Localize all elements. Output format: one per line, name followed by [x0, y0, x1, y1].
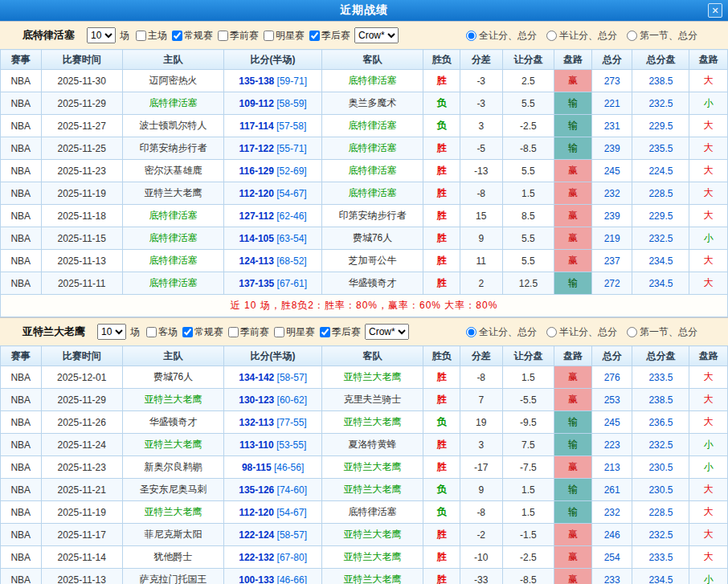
table-header-row: 赛事比赛时间主队比分(半场)客队胜负分差让分盘盘路总分总分盘盘路 [1, 50, 728, 70]
column-header: 胜负 [423, 346, 460, 366]
checkbox-input[interactable] [182, 327, 193, 337]
halftime-score: [67-80] [277, 552, 307, 563]
total-points-cell: 253 [591, 389, 632, 411]
point-diff-cell: 7 [460, 389, 502, 411]
date-cell: 2025-11-23 [41, 456, 122, 479]
close-button[interactable]: ✕ [708, 3, 722, 18]
column-header: 客队 [321, 346, 423, 366]
column-header: 总分盘 [632, 50, 689, 70]
filter-checkbox[interactable]: 季前赛 [226, 325, 269, 339]
handicap-result-cell: 赢 [554, 524, 592, 546]
games-count-select[interactable]: 10 [97, 324, 126, 340]
point-diff-cell: 11 [460, 250, 502, 272]
away-team-cell: 亚特兰大老鹰 [321, 479, 423, 501]
win-lose-cell: 胜 [423, 524, 460, 546]
home-team-cell: 华盛顿奇才 [122, 411, 224, 434]
odds-type-radio[interactable]: 半让分、总分 [546, 29, 617, 43]
game-row: NBA2025-11-23密尔沃基雄鹿116-129 [52-69]底特律活塞胜… [1, 160, 728, 182]
radio-input[interactable] [546, 31, 557, 41]
radio-input[interactable] [627, 327, 637, 337]
games-count-select[interactable]: 10 [87, 27, 116, 43]
final-score: 100-133 [239, 574, 274, 584]
handicap-line-cell: -8.5 [502, 569, 554, 584]
results-table: 赛事比赛时间主队比分(半场)客队胜负分差让分盘盘路总分总分盘盘路NBA2025-… [0, 49, 728, 317]
games-unit-label: 场 [130, 325, 140, 339]
filter-checkbox[interactable]: 季前赛 [215, 29, 259, 43]
total-line-cell: 232.5 [632, 434, 689, 456]
checkbox-input[interactable] [172, 31, 182, 41]
over-under-cell: 大 [689, 546, 728, 569]
bookmaker-select[interactable]: Crow* [354, 27, 399, 43]
radio-input[interactable] [627, 31, 637, 41]
handicap-result-cell: 赢 [554, 456, 592, 479]
halftime-score: [57-58] [276, 120, 306, 132]
date-cell: 2025-11-15 [41, 227, 122, 250]
filter-checkbox[interactable]: 季后赛 [317, 325, 361, 339]
total-points-cell: 221 [591, 92, 632, 115]
away-team-cell: 亚特兰大老鹰 [321, 411, 423, 434]
checkbox-input[interactable] [136, 31, 146, 41]
final-score: 109-112 [239, 98, 274, 109]
radio-input[interactable] [466, 31, 476, 41]
halftime-score: [54-67] [276, 188, 306, 199]
total-line-cell: 236.5 [632, 411, 689, 434]
halftime-score: [67-61] [277, 278, 307, 289]
filter-bar: 亚特兰大老鹰10场客场常规赛季前赛明星赛季后赛Crow*全让分、总分半让分、总分… [0, 317, 728, 345]
away-team-cell: 底特律活塞 [321, 160, 423, 182]
filter-checkbox[interactable]: 季后赛 [307, 29, 350, 43]
checkbox-input[interactable] [264, 31, 274, 41]
over-under-cell: 小 [689, 227, 728, 250]
point-diff-cell: 2 [460, 272, 502, 295]
column-header: 盘路 [689, 346, 728, 366]
column-header: 客队 [321, 50, 423, 70]
odds-type-radio[interactable]: 第一节、总分 [627, 29, 697, 43]
checkbox-input[interactable] [309, 31, 320, 41]
away-team-cell: 克里夫兰骑士 [321, 389, 423, 411]
score-cell: 127-112 [62-46] [224, 205, 321, 227]
radio-input[interactable] [466, 327, 476, 337]
total-line-cell: 229.5 [632, 205, 689, 227]
checkbox-input[interactable] [218, 31, 228, 41]
radio-input[interactable] [546, 327, 557, 337]
league-cell: NBA [1, 115, 42, 137]
handicap-result-cell: 赢 [554, 70, 592, 92]
checkbox-input[interactable] [274, 327, 284, 337]
game-row: NBA2025-11-18底特律活塞127-112 [62-46]印第安纳步行者… [1, 205, 728, 227]
filter-checkbox[interactable]: 客场 [144, 325, 178, 339]
score-cell: 113-110 [53-55] [224, 434, 321, 456]
handicap-line-cell: 5.5 [502, 92, 554, 115]
odds-type-radio[interactable]: 半让分、总分 [546, 325, 617, 339]
filter-checkbox[interactable]: 明星赛 [272, 325, 315, 339]
checkbox-input[interactable] [228, 327, 239, 337]
odds-type-radio[interactable]: 第一节、总分 [627, 325, 697, 339]
away-team-cell: 夏洛特黄蜂 [321, 434, 423, 456]
score-cell: 109-112 [58-59] [224, 92, 321, 115]
filter-checkbox[interactable]: 主场 [133, 29, 167, 43]
win-lose-cell: 负 [423, 479, 460, 501]
away-team-cell: 底特律活塞 [321, 137, 423, 160]
handicap-line-cell: 5.5 [502, 250, 554, 272]
win-lose-cell: 胜 [423, 205, 460, 227]
over-under-cell: 大 [689, 250, 728, 272]
score-cell: 112-120 [54-67] [224, 182, 321, 205]
win-lose-cell: 胜 [423, 227, 460, 250]
league-cell: NBA [1, 70, 42, 92]
filter-checkbox[interactable]: 常规赛 [170, 29, 213, 43]
odds-type-radio[interactable]: 全让分、总分 [466, 29, 537, 43]
home-team-cell: 底特律活塞 [122, 272, 224, 295]
handicap-result-cell: 输 [554, 434, 592, 456]
game-row: NBA2025-11-19亚特兰大老鹰112-120 [54-67]底特律活塞胜… [1, 182, 728, 205]
filter-checkbox[interactable]: 明星赛 [261, 29, 305, 43]
home-team-cell: 亚特兰大老鹰 [122, 501, 224, 524]
score-cell: 117-122 [55-71] [224, 137, 321, 160]
bookmaker-select[interactable]: Crow* [365, 324, 409, 340]
checkbox-input[interactable] [320, 327, 330, 337]
odds-type-radio[interactable]: 全让分、总分 [466, 325, 537, 339]
home-team-cell: 印第安纳步行者 [122, 137, 224, 160]
score-cell: 135-126 [74-60] [224, 479, 321, 501]
checkbox-input[interactable] [146, 327, 157, 337]
date-cell: 2025-11-13 [41, 250, 122, 272]
win-lose-cell: 胜 [423, 434, 460, 456]
filter-checkbox[interactable]: 常规赛 [180, 325, 223, 339]
final-score: 122-124 [239, 529, 274, 541]
